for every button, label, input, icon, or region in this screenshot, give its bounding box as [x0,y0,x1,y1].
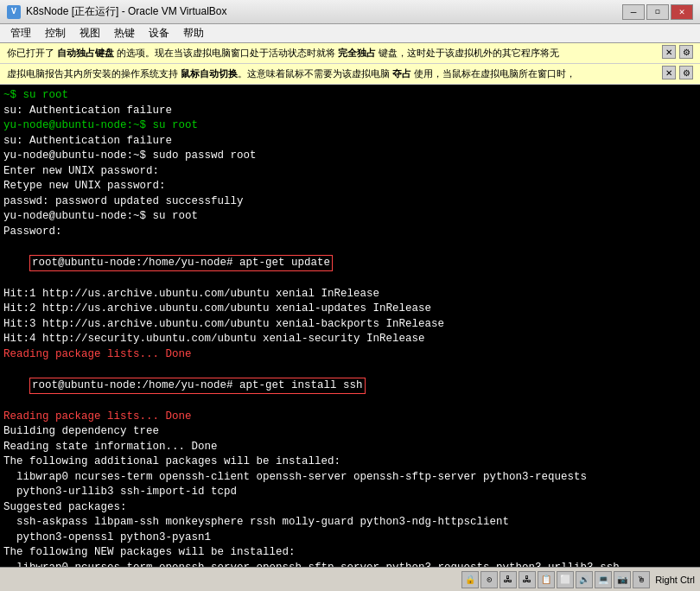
menu-help[interactable]: 帮助 [176,24,211,42]
menu-bar: 管理 控制 视图 热键 设备 帮助 [0,24,700,43]
terminal-line: Enter new UNIX password: [3,164,697,180]
status-bar: 🔒 ⊙ 🖧 🖧 📋 ⬜ 🔊 💻 📷 🖱 Right Ctrl [0,567,700,591]
notif1-close-button[interactable]: ✕ [662,45,676,59]
notif2-close-button[interactable]: ✕ [662,66,676,79]
terminal-line: Hit:1 http://us.archive.ubuntu.com/ubunt… [3,287,697,302]
notif1-settings-button[interactable]: ⚙ [679,45,693,59]
terminal-line: Building dependency tree [3,424,697,440]
terminal-line: Reading package lists... Done [3,410,697,425]
status-icon-7[interactable]: 🔊 [576,571,593,588]
terminal-line: yu-node@ubuntu-node:~$ su root [3,209,697,225]
terminal-line: yu-node@ubuntu-node:~$ sudo passwd root [3,149,697,164]
terminal-line: Password: [3,225,697,240]
terminal-line: The following additional packages will b… [3,454,697,470]
terminal-line: libwrap0 ncurses-term openssh-client ope… [3,470,697,486]
terminal-line: su: Authentication failure [3,134,697,149]
terminal[interactable]: ~$ su root su: Authentication failure yu… [0,85,700,567]
window-controls: — ◻ ✕ [622,4,693,20]
status-icon-3[interactable]: 🖧 [500,571,517,588]
terminal-line: python3-openssl python3-pyasn1 [3,531,697,546]
terminal-line: libwrap0 ncurses-term openssh-server ope… [3,561,697,568]
window-title: K8sNode [正在运行] - Oracle VM VirtualBox [26,4,622,19]
status-icon-1[interactable]: 🔒 [461,571,479,588]
menu-view[interactable]: 视图 [73,24,107,42]
title-bar: V K8sNode [正在运行] - Oracle VM VirtualBox … [0,0,700,24]
close-button[interactable]: ✕ [671,4,693,20]
terminal-line: Reading package lists... Done [3,347,697,363]
terminal-line: root@ubuntu-node:/home/yu-node# apt-get … [3,362,697,410]
status-icon-6[interactable]: ⬜ [557,571,574,588]
terminal-line: Suggested packages: [3,500,697,516]
status-icon-2[interactable]: ⊙ [480,571,498,588]
terminal-line: ~$ su root [3,88,697,104]
terminal-line: root@ubuntu-node:/home/yu-node# apt-get … [3,239,697,287]
status-icon-5[interactable]: 📋 [538,571,555,588]
notif2-settings-button[interactable]: ⚙ [679,66,693,79]
menu-hotkey[interactable]: 热键 [107,24,142,42]
status-icon-10[interactable]: 🖱 [633,571,650,588]
terminal-line: Retype new UNIX password: [3,179,697,194]
terminal-line: Reading state information... Done [3,440,697,455]
terminal-line: Hit:2 http://us.archive.ubuntu.com/ubunt… [3,302,697,317]
terminal-line: yu-node@ubuntu-node:~$ su root [3,118,697,134]
terminal-line: ssh-askpass libpam-ssh monkeysphere rssh… [3,515,697,531]
terminal-line: python3-urllib3 ssh-import-id tcpd [3,485,697,500]
terminal-line: The following NEW packages will be insta… [3,545,697,561]
terminal-line: passwd: password updated successfully [3,194,697,210]
terminal-line: Hit:4 http://security.ubuntu.com/ubuntu … [3,332,697,347]
status-icon-8[interactable]: 💻 [595,571,612,588]
restore-button[interactable]: ◻ [646,4,669,20]
menu-device[interactable]: 设备 [142,24,176,42]
app-icon: V [7,5,21,19]
terminal-line: Hit:3 http://us.archive.ubuntu.com/ubunt… [3,317,697,333]
status-icon-9[interactable]: 📷 [614,571,631,588]
cmd-highlight-2: root@ubuntu-node:/home/yu-node# apt-get … [29,378,366,395]
menu-control[interactable]: 控制 [38,24,73,42]
minimize-button[interactable]: — [622,4,645,20]
terminal-line: su: Authentication failure [3,104,697,119]
right-ctrl-label: Right Ctrl [655,575,695,585]
notification-bar-1: 你已打开了 自动独占键盘 的选项。现在当该虚拟电脑窗口处于活动状态时就将 完全独… [0,43,700,64]
notification-bar-2: 虚拟电脑报告其内所安装的操作系统支持 鼠标自动切换。这意味着鼠标不需要为该虚拟电… [0,64,700,85]
cmd-highlight-1: root@ubuntu-node:/home/yu-node# apt-get … [29,255,333,272]
menu-manage[interactable]: 管理 [3,24,38,42]
status-icon-4[interactable]: 🖧 [519,571,536,588]
